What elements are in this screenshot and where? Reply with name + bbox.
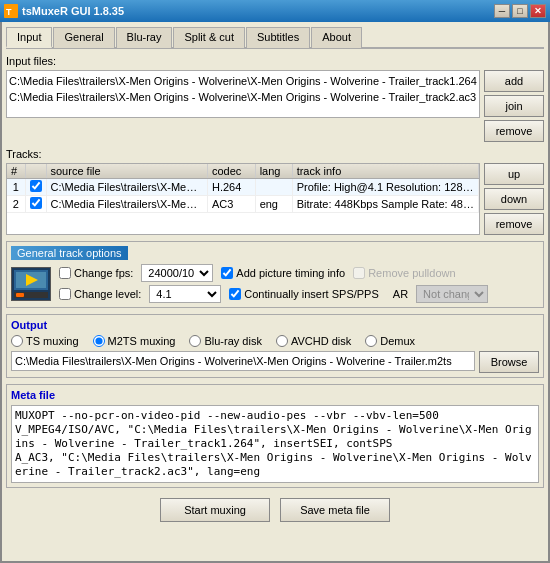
add-timing-text: Add picture timing info: [236, 267, 345, 279]
tab-subtitles[interactable]: Subtitles: [246, 27, 310, 48]
input-files-list[interactable]: C:\Media Files\trailers\X-Men Origins - …: [6, 70, 480, 118]
track-up-button[interactable]: up: [484, 163, 544, 185]
titlebar-title: T tsMuxeR GUI 1.8.35: [4, 4, 124, 18]
app-icon: T: [4, 4, 18, 18]
main-window: Input General Blu-ray Split & cut Subtit…: [0, 22, 550, 563]
tracks-table: # source file codec lang track info 1: [7, 164, 479, 213]
input-files-section: Input files: C:\Media Files\trailers\X-M…: [6, 55, 544, 142]
ts-option[interactable]: TS muxing: [11, 335, 79, 347]
track-lang-2: eng: [255, 196, 292, 213]
ar-label: AR: [393, 288, 408, 300]
options-row-1: Change fps: 24000/1001 Add picture timin…: [59, 264, 539, 282]
output-path-input[interactable]: [11, 351, 475, 371]
tab-input[interactable]: Input: [6, 27, 52, 48]
track-buttons: up down remove: [484, 163, 544, 235]
remove-pulldown-label: Remove pulldown: [353, 267, 455, 279]
track-options-section: General track options Change fps:: [6, 241, 544, 308]
meta-content[interactable]: MUXOPT --no-pcr-on-video-pid --new-audio…: [11, 405, 539, 483]
track-source-1: C:\Media Files\trailers\X-Men Origins ..…: [46, 179, 207, 196]
track-check-2[interactable]: [25, 196, 46, 213]
col-lang: lang: [255, 164, 292, 179]
level-select[interactable]: 4.1: [149, 285, 221, 303]
join-button[interactable]: join: [484, 95, 544, 117]
m2ts-radio[interactable]: [93, 335, 105, 347]
maximize-button[interactable]: □: [512, 4, 528, 18]
input-files-row: C:\Media Files\trailers\X-Men Origins - …: [6, 70, 544, 142]
track-lang-1: [255, 179, 292, 196]
bluray-option[interactable]: Blu-ray disk: [189, 335, 261, 347]
track-options-title: General track options: [11, 246, 128, 260]
tab-splitcut[interactable]: Split & cut: [173, 27, 245, 48]
add-timing-checkbox[interactable]: [221, 267, 233, 279]
continually-checkbox[interactable]: [229, 288, 241, 300]
ar-select[interactable]: Not change: [416, 285, 488, 303]
demux-option[interactable]: Demux: [365, 335, 415, 347]
start-muxing-button[interactable]: Start muxing: [160, 498, 270, 522]
output-label: Output: [11, 319, 539, 331]
meta-label: Meta file: [11, 389, 539, 401]
meta-section: Meta file MUXOPT --no-pcr-on-video-pid -…: [6, 384, 544, 488]
input-files-label: Input files:: [6, 55, 544, 67]
app-title: tsMuxeR GUI 1.8.35: [22, 5, 124, 17]
tracks-table-container: # source file codec lang track info 1: [6, 163, 480, 235]
avchd-option[interactable]: AVCHD disk: [276, 335, 351, 347]
track-down-button[interactable]: down: [484, 188, 544, 210]
input-file-2: C:\Media Files\trailers\X-Men Origins - …: [9, 89, 477, 105]
fps-select[interactable]: 24000/1001: [141, 264, 213, 282]
track-options-content: Change fps: 24000/1001 Add picture timin…: [11, 264, 539, 303]
change-level-label[interactable]: Change level:: [59, 288, 141, 300]
change-fps-checkbox[interactable]: [59, 267, 71, 279]
bluray-label: Blu-ray disk: [204, 335, 261, 347]
track-thumbnail: [11, 267, 51, 301]
m2ts-option[interactable]: M2TS muxing: [93, 335, 176, 347]
track-remove-button[interactable]: remove: [484, 213, 544, 235]
track-codec-1: H.264: [207, 179, 255, 196]
tracks-table-wrapper: # source file codec lang track info 1: [6, 163, 544, 235]
demux-radio[interactable]: [365, 335, 377, 347]
track-codec-2: AC3: [207, 196, 255, 213]
track-checkbox-2[interactable]: [30, 197, 42, 209]
minimize-button[interactable]: ─: [494, 4, 510, 18]
col-codec: codec: [207, 164, 255, 179]
change-fps-text: Change fps:: [74, 267, 133, 279]
output-path-row: Browse: [11, 351, 539, 373]
save-meta-button[interactable]: Save meta file: [280, 498, 390, 522]
output-section: Output TS muxing M2TS muxing Blu-ray dis…: [6, 314, 544, 378]
avchd-label: AVCHD disk: [291, 335, 351, 347]
svg-text:T: T: [6, 7, 12, 17]
input-remove-button[interactable]: remove: [484, 120, 544, 142]
tab-bar: Input General Blu-ray Split & cut Subtit…: [6, 26, 544, 49]
tab-general[interactable]: General: [53, 27, 114, 48]
col-info: track info: [292, 164, 478, 179]
col-source: source file: [46, 164, 207, 179]
track-info-1: Profile: High@4.1 Resolution: 1280:54...: [292, 179, 478, 196]
input-buttons: add join remove: [484, 70, 544, 142]
output-radios: TS muxing M2TS muxing Blu-ray disk AVCHD…: [11, 335, 539, 347]
track-checkbox-1[interactable]: [30, 180, 42, 192]
track-info-2: Bitrate: 448Kbps Sample Rate: 48kHz C...: [292, 196, 478, 213]
close-button[interactable]: ✕: [530, 4, 546, 18]
titlebar: T tsMuxeR GUI 1.8.35 ─ □ ✕: [0, 0, 550, 22]
track-num-1: 1: [7, 179, 25, 196]
demux-label: Demux: [380, 335, 415, 347]
bluray-radio[interactable]: [189, 335, 201, 347]
tab-about[interactable]: About: [311, 27, 362, 48]
titlebar-controls: ─ □ ✕: [494, 4, 546, 18]
tracks-section: Tracks: # source file codec lang track i…: [6, 148, 544, 235]
add-button[interactable]: add: [484, 70, 544, 92]
continually-label[interactable]: Continually insert SPS/PPS: [229, 288, 379, 300]
col-check: [25, 164, 46, 179]
add-timing-label[interactable]: Add picture timing info: [221, 267, 345, 279]
change-fps-label[interactable]: Change fps:: [59, 267, 133, 279]
browse-button[interactable]: Browse: [479, 351, 539, 373]
track-check-1[interactable]: [25, 179, 46, 196]
continually-text: Continually insert SPS/PPS: [244, 288, 379, 300]
tab-bluray[interactable]: Blu-ray: [116, 27, 173, 48]
ts-radio[interactable]: [11, 335, 23, 347]
change-level-checkbox[interactable]: [59, 288, 71, 300]
ts-label: TS muxing: [26, 335, 79, 347]
options-row-2: Change level: 4.1 Continually insert SPS…: [59, 285, 539, 303]
avchd-radio[interactable]: [276, 335, 288, 347]
table-row: 2 C:\Media Files\trailers\X-Men Origins …: [7, 196, 479, 213]
track-num-2: 2: [7, 196, 25, 213]
